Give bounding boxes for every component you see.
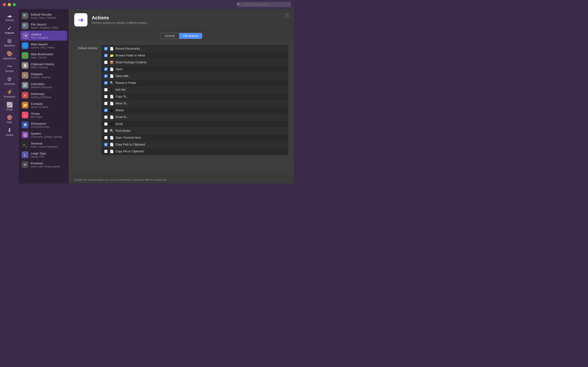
action-checkbox-delete[interactable] <box>104 109 108 112</box>
feature-text-web-search: Web Search Custom, URLs, History <box>31 42 55 49</box>
sidebar-icon-advanced[interactable]: ⚙ Advanced <box>0 75 19 87</box>
feature-item-web-search[interactable]: 🌐 Web Search Custom, URLs, History <box>19 41 68 50</box>
action-row-find-similar[interactable]: 🔍 Find Similar <box>102 127 288 134</box>
feature-text-snippets: Snippets Snippets, Clippings <box>31 72 51 79</box>
feature-item-snippets[interactable]: ✂ Snippets Snippets, Clippings <box>19 70 68 80</box>
feature-item-default-results[interactable]: 🔍 Default Results Scope, Types, Fallback… <box>19 11 68 21</box>
feature-sub-calculator: Standard, Advanced <box>31 86 52 89</box>
sidebar-icon-update[interactable]: ⬇ Update <box>0 126 19 138</box>
feature-item-actions[interactable]: ➜ Actions Files, Navigation <box>20 31 67 41</box>
action-label-copy-to: Copy To... <box>116 95 128 98</box>
feature-icon-web-search: 🌐 <box>22 42 28 49</box>
feature-sub-clipboard: History, Merging <box>31 66 54 69</box>
feature-item-clipboard[interactable]: 📋 Clipboard History History, Merging <box>19 60 68 70</box>
feature-item-1password[interactable]: ❶ 1Password 1Click Bookmarks <box>19 120 68 130</box>
action-row-recent-documents[interactable]: 📄 Recent Documents... <box>102 45 288 52</box>
action-row-copy-file[interactable]: 📄 Copy File to Clipboard <box>102 148 288 155</box>
action-checkbox-open[interactable] <box>104 67 108 71</box>
update-icon: ⬇ <box>7 128 12 133</box>
maximize-button[interactable] <box>13 3 16 6</box>
content-header: ➜ Actions Perform actions on results in … <box>68 9 294 30</box>
action-label-copy-file: Copy File to Clipboard <box>116 150 144 153</box>
sidebar-icon-powerpack[interactable]: ⚡ Powerpack <box>0 88 19 100</box>
feature-item-web-bookmarks[interactable]: 🔖 Web Bookmarks Safari, Chrome <box>19 50 68 60</box>
sidebar-icon-label-appearance: Appearance <box>3 57 16 60</box>
feature-icon-system: ⏻ <box>22 132 28 138</box>
appearance-icon: 🎨 <box>6 51 13 57</box>
action-row-delete[interactable]: 🗑 Delete <box>102 107 288 114</box>
feature-sidebar: 🔍 Default Results Scope, Types, Fallback… <box>19 9 68 184</box>
content-footer: Disable the default actions you are not … <box>68 176 294 184</box>
sidebar-icon-help[interactable]: 🎯 Help <box>0 113 19 125</box>
feature-item-calculator[interactable]: 🔢 Calculator Standard, Advanced <box>19 80 68 90</box>
action-checkbox-open-terminal[interactable] <box>104 136 108 139</box>
action-checkbox-browse-folder[interactable] <box>104 54 108 57</box>
action-checkbox-copy-file[interactable] <box>104 150 108 153</box>
action-checkbox-copy-to[interactable] <box>104 95 108 98</box>
action-icon-copy-path: 📄 <box>110 142 114 147</box>
minimize-button[interactable] <box>8 3 11 6</box>
action-checkbox-email-to[interactable] <box>104 116 108 119</box>
feature-item-terminal[interactable]: >_ Terminal Prefix, Custom Integration <box>19 140 68 150</box>
feature-item-large-type[interactable]: L Large Type Display, Font <box>19 150 68 160</box>
feature-text-calculator: Calculator Standard, Advanced <box>31 82 52 89</box>
help-button[interactable]: ? <box>285 13 290 18</box>
close-button[interactable] <box>3 3 6 6</box>
feature-item-contacts[interactable]: 📁 Contacts Viewer, Emailing <box>19 100 68 110</box>
tab-general[interactable]: General <box>161 33 179 39</box>
feature-text-actions: Actions Files, Navigation <box>31 33 49 39</box>
feature-sub-previews: Quick Look, Preview panels <box>31 165 60 168</box>
action-row-copy-path[interactable]: 📄 Copy Path to Clipboard <box>102 141 288 148</box>
action-row-open-terminal[interactable]: 📄 Open Terminal Here <box>102 134 288 141</box>
sidebar-icon-remote[interactable]: 〜 Remote <box>0 62 19 74</box>
remote-icon: 〜 <box>7 64 12 69</box>
feature-text-clipboard: Clipboard History History, Merging <box>31 62 54 69</box>
feature-item-file-search[interactable]: 🔍 File Search Search, Navigation, Buffer <box>19 21 68 31</box>
header-text: Actions Perform actions on results in Al… <box>92 15 148 25</box>
sidebar-icon-workflows[interactable]: ⊞ Workflows <box>0 37 19 49</box>
action-row-email-to[interactable]: 📄 Email To... <box>102 114 288 121</box>
sidebar-icon-general[interactable]: ☁ General <box>0 11 19 23</box>
action-icon-email: ✉ <box>110 122 114 126</box>
action-checkbox-show-package[interactable] <box>104 61 108 64</box>
sidebar-icon-features[interactable]: ✓ Features <box>0 24 19 36</box>
action-checkbox-copy-path[interactable] <box>104 143 108 146</box>
sidebar-icon-label-powerpack: Powerpack <box>4 95 15 98</box>
feature-name-terminal: Terminal <box>31 142 58 145</box>
feature-item-dictionary[interactable]: A Dictionary Spelling, Definitions <box>19 90 68 100</box>
action-row-move-to[interactable]: 📄 Move To... <box>102 100 288 107</box>
action-checkbox-recent-documents[interactable] <box>104 47 108 50</box>
action-checkbox-email[interactable] <box>104 122 108 126</box>
action-row-open-with[interactable]: 📄 Open with... <box>102 73 288 80</box>
section-icon: ➜ <box>74 13 87 26</box>
action-checkbox-move-to[interactable] <box>104 102 108 105</box>
action-row-reveal-finder[interactable]: 🔍 Reveal in Finder <box>102 80 288 86</box>
advanced-icon: ⚙ <box>7 77 12 82</box>
sidebar-icon-appearance[interactable]: 🎨 Appearance <box>0 49 19 62</box>
titlebar: 🔍 <box>0 0 294 9</box>
search-input[interactable] <box>237 2 291 7</box>
action-icon-open-with: 📄 <box>110 74 114 78</box>
action-row-browse-folder[interactable]: 📁 Browse Folder in Alfred <box>102 52 288 59</box>
feature-icon-calculator: 🔢 <box>22 82 28 89</box>
sidebar-icon-usage[interactable]: 📈 Usage <box>0 100 19 113</box>
feature-item-system[interactable]: ⏻ System Commands, Quitting, Ejecting <box>19 130 68 140</box>
action-checkbox-open-with[interactable] <box>104 74 108 78</box>
sidebar-icon-label-features: Features <box>5 32 14 34</box>
feature-item-previews[interactable]: 👁 Previews Quick Look, Preview panels <box>19 160 68 170</box>
feature-text-file-search: File Search Search, Navigation, Buffer <box>31 23 58 29</box>
action-row-get-info[interactable]: ℹ Get Info <box>102 86 288 93</box>
action-icon-find-similar: 🔍 <box>110 129 114 133</box>
action-row-show-package[interactable]: 📦 Show Package Contents <box>102 59 288 66</box>
feature-item-itunes[interactable]: ♪ iTunes Mini Player <box>19 110 68 120</box>
action-row-copy-to[interactable]: 📄 Copy To... <box>102 93 288 100</box>
feature-sub-web-bookmarks: Safari, Chrome <box>31 56 53 59</box>
action-checkbox-get-info[interactable] <box>104 88 108 92</box>
action-icon-reveal-finder: 🔍 <box>110 81 114 85</box>
action-checkbox-reveal-finder[interactable] <box>104 81 108 84</box>
action-row-email[interactable]: ✉ Email <box>102 121 288 127</box>
feature-text-1password: 1Password 1Click Bookmarks <box>31 122 50 128</box>
action-checkbox-find-similar[interactable] <box>104 129 108 133</box>
action-row-open[interactable]: 📄 Open <box>102 66 288 73</box>
tab-file-actions[interactable]: File Actions <box>179 33 202 39</box>
